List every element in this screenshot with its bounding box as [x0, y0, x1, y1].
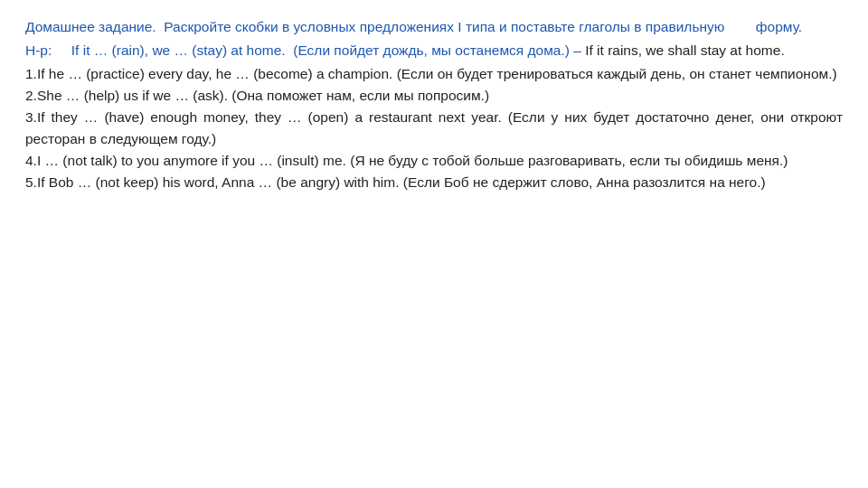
task-2-text: She … (help) us if we … (ask). (Она помо… [37, 88, 489, 103]
task-1: 1.If he … (practice) every day, he … (be… [25, 63, 843, 85]
task-5-text: If Bob … (not keep) his word, Anna … (be… [37, 174, 766, 190]
task-3-text: If they … (have) enough money, they … (o… [25, 109, 843, 146]
task-2-number: 2. [25, 88, 37, 103]
content-block: Домашнее задание. Раскройте скобки в усл… [25, 16, 843, 193]
task-4-text: I … (not talk) to you anymore if you … (… [37, 153, 788, 168]
task-5: 5.If Bob … (not keep) his word, Anna … (… [25, 172, 843, 193]
task-4: 4.I … (not talk) to you anymore if you …… [25, 150, 843, 172]
task-2: 2.She … (help) us if we … (ask). (Она по… [25, 85, 843, 107]
example-text-black: If it rains, we shall stay at home. [581, 42, 785, 58]
heading-paragraph: Домашнее задание. Раскройте скобки в усл… [25, 16, 843, 38]
example-paragraph: Н-р: If it … (rain), we … (stay) at home… [25, 40, 843, 61]
page-container: Домашнее задание. Раскройте скобки в усл… [0, 0, 868, 488]
task-1-text: If he … (practice) every day, he … (beco… [37, 66, 837, 81]
task-5-number: 5. [25, 174, 37, 190]
task-3-number: 3. [25, 109, 37, 125]
example-text-blue: Н-р: If it … (rain), we … (stay) at home… [25, 42, 581, 58]
task-4-number: 4. [25, 153, 37, 168]
heading-line1: Домашнее задание. Раскройте скобки в усл… [25, 19, 802, 34]
task-list: 1.If he … (practice) every day, he … (be… [25, 63, 843, 193]
task-3: 3.If they … (have) enough money, they … … [25, 107, 843, 150]
task-1-number: 1. [25, 66, 37, 81]
